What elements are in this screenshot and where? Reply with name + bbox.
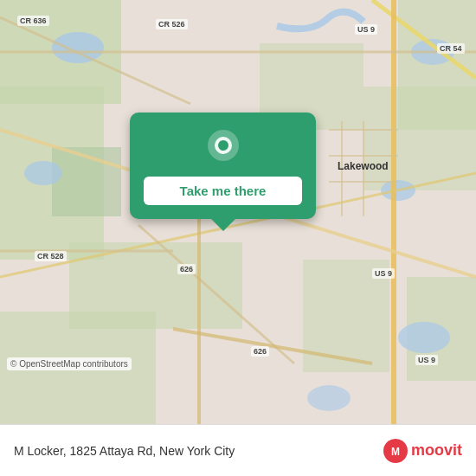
moovit-logo: M moovit <box>383 439 462 463</box>
location-text: M Locker, 1825 Attaya Rd, New York City <box>14 444 235 458</box>
take-me-there-button[interactable]: Take me there <box>144 177 302 205</box>
moovit-icon: M <box>383 439 408 463</box>
map-container: CR 636 CR 526 US 9 CR 54 CR 528 626 US 9… <box>0 0 476 424</box>
svg-point-16 <box>307 385 351 411</box>
road-label-cr54: CR 54 <box>437 43 465 54</box>
popup-card: Take me there <box>130 113 316 219</box>
moovit-text: moovit <box>411 441 462 460</box>
road-label-us9-top: US 9 <box>355 24 377 35</box>
svg-rect-6 <box>363 87 476 190</box>
svg-text:M: M <box>391 446 400 458</box>
road-label-cr636: CR 636 <box>17 16 49 26</box>
town-label-lakewood: Lakewood <box>338 160 389 172</box>
svg-point-15 <box>398 322 450 353</box>
road-label-us9-mid: US 9 <box>372 268 395 279</box>
osm-attribution: © OpenStreetMap contributors <box>7 357 132 370</box>
road-label-626-bot: 626 <box>251 346 269 357</box>
info-bar: M Locker, 1825 Attaya Rd, New York City … <box>0 424 476 476</box>
road-label-cr528: CR 528 <box>35 251 67 261</box>
road-label-us9-bot: US 9 <box>415 355 438 365</box>
svg-point-11 <box>52 32 104 63</box>
svg-point-12 <box>24 161 62 185</box>
svg-point-34 <box>218 140 228 151</box>
location-pin-icon <box>203 126 244 168</box>
road-label-626-mid: 626 <box>177 264 196 274</box>
road-label-cr526: CR 526 <box>156 19 188 29</box>
